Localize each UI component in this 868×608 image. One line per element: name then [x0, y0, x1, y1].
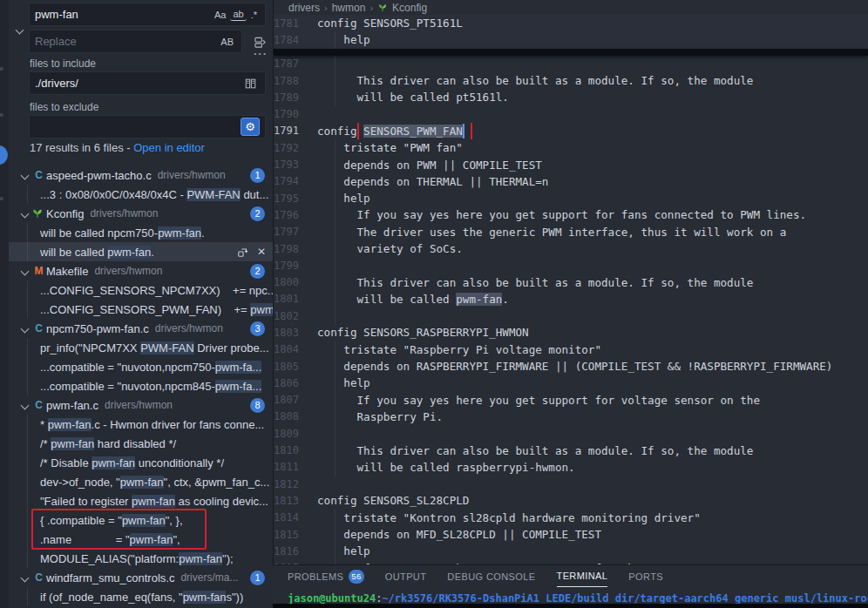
code-line[interactable]: 1810 This driver can also be built as a …	[274, 442, 868, 458]
breadcrumb-item-kconfig[interactable]: Kconfig	[392, 2, 427, 14]
panel-tab-debug-console[interactable]: DEBUG CONSOLE	[447, 565, 535, 587]
files-to-include-input[interactable]	[35, 77, 241, 90]
code-line[interactable]: 1787	[274, 56, 868, 72]
code-line[interactable]: 1799	[274, 257, 868, 274]
search-result-match-row[interactable]: ...CONFIG_SENSORS_PWM_FAN) += pwm...	[9, 300, 273, 319]
match-count-badge: 1	[250, 168, 265, 183]
exclude-settings-gear-icon[interactable]: ⚙	[241, 118, 260, 136]
match-text: /* pwm-fan hard disabled */	[40, 437, 273, 450]
search-result-file-row[interactable]: MMakefiledrivers/hwmon2	[9, 261, 273, 280]
code-line[interactable]: 1790	[274, 105, 868, 122]
panel-tab-output[interactable]: OUTPUT	[385, 565, 427, 587]
code-line[interactable]: 1808 Raspberry Pi.	[274, 409, 868, 425]
search-result-file-row[interactable]: Caspeed-pwm-tacho.cdrivers/hwmon1	[9, 166, 273, 185]
line-code: config SENSORS_SL28CPLD	[317, 492, 868, 509]
code-line[interactable]: 1792 tristate "PWM fan"	[274, 139, 868, 156]
code-line[interactable]: 1795 help	[274, 190, 868, 206]
dismiss-icon[interactable]: ✕	[257, 246, 266, 258]
chevron-down-icon[interactable]	[17, 575, 31, 581]
open-in-editor-link[interactable]: Open in editor	[133, 141, 205, 154]
breadcrumb-item-drivers[interactable]: drivers	[288, 2, 320, 14]
search-result-match-row[interactable]: if (of_node_name_eq(fans, "pwm-fans"))	[9, 587, 273, 606]
search-result-match-row[interactable]: pr_info("NPCM7XX PWM-FAN Driver probe...	[9, 338, 273, 357]
search-result-match-row[interactable]: /* Disable pwm-fan unconditionally */	[9, 453, 273, 472]
search-result-match-row[interactable]: ...compatible = "nuvoton,npcm845-pwm-fa.…	[9, 376, 273, 395]
code-line[interactable]: 1789 will be called pt5161l.	[274, 89, 868, 105]
toggle-replace-chevron-icon[interactable]	[12, 23, 26, 37]
indent-guide	[335, 510, 336, 526]
line-number: 1808	[274, 410, 317, 422]
chevron-down-icon[interactable]	[17, 402, 31, 409]
match-case-icon[interactable]: Aa	[212, 9, 228, 21]
match-count-badge: 8	[250, 398, 265, 413]
code-line[interactable]: 1803config SENSORS_RASPBERRYPI_HWMON	[274, 324, 868, 341]
search-result-file-row[interactable]: Cnpcm750-pwm-fan.cdrivers/hwmon3	[9, 319, 273, 338]
search-result-file-row[interactable]: Cpwm-fan.cdrivers/hwmon8	[9, 395, 273, 415]
line-number: 1813	[274, 495, 317, 507]
indent-guide	[335, 156, 336, 172]
code-line[interactable]: 1804 tristate "Raspberry Pi voltage moni…	[274, 341, 868, 358]
chevron-down-icon[interactable]	[17, 268, 31, 274]
code-line[interactable]: 1805 depends on RASPBERRYPI_FIRMWARE || …	[274, 358, 868, 375]
file-name: Kconfig	[46, 207, 84, 220]
open-editors-book-icon[interactable]	[241, 77, 260, 91]
search-result-match-row[interactable]: ...CONFIG_SENSORS_NPCM7XX) += npc...	[9, 280, 273, 300]
search-result-file-row[interactable]: Cwindfarm_smu_controls.cdrivers/ma...1	[9, 568, 273, 587]
code-line[interactable]: 1800 This driver can also be built as a …	[274, 274, 868, 290]
code-line[interactable]: 1798 variety of SoCs.	[274, 240, 868, 257]
chevron-down-icon[interactable]	[17, 172, 31, 179]
search-result-match-row[interactable]: ...3 : 0x08/0x0C/0x48/0x4C - PWM-FAN dut…	[9, 185, 273, 204]
code-line[interactable]: 1807 If you say yes here you get support…	[274, 392, 868, 409]
panel-tab-terminal[interactable]: TERMINAL	[557, 565, 608, 587]
search-input[interactable]	[35, 8, 212, 21]
code-line[interactable]: 1811 will be called raspberrypi-hwmon.	[274, 459, 868, 476]
code-line[interactable]: 1788 This driver can also be built as a …	[274, 72, 868, 89]
match-text: pr_info("NPCM7XX PWM-FAN Driver probe...	[40, 341, 273, 355]
search-result-match-row[interactable]: * pwm-fan.c - Hwmon driver for fans conn…	[9, 415, 273, 434]
code-line[interactable]: 1813config SENSORS_SL28CPLD	[274, 492, 868, 509]
breadcrumb-item-hwmon[interactable]: hwmon	[332, 2, 366, 14]
regex-icon[interactable]: .*	[248, 9, 260, 21]
panel-tab-problems[interactable]: PROBLEMS56	[288, 565, 364, 587]
search-result-match-row[interactable]: .name = "pwm-fan",	[9, 530, 273, 549]
code-line[interactable]: 1809	[274, 425, 868, 442]
code-line[interactable]: 1816 help	[274, 543, 868, 559]
code-line[interactable]: 1802	[274, 307, 868, 324]
editor-pane[interactable]: drivers › hwmon › Kconfig 1781config SEN…	[273, 0, 868, 564]
search-result-match-row[interactable]: /* pwm-fan hard disabled */	[9, 434, 273, 453]
chevron-down-icon[interactable]	[17, 326, 31, 332]
code-line[interactable]: 1806 help	[274, 375, 868, 391]
terminal[interactable]: jason@ubuntu24:~/rk3576/RK3576-DshanPiA1…	[273, 587, 868, 605]
code-line[interactable]: 1791config SENSORS_PWM_FAN	[274, 123, 868, 139]
code-line[interactable]: 1815 depends on MFD_SL28CPLD || COMPILE_…	[274, 526, 868, 543]
file-path: drivers/hwmon	[158, 169, 245, 181]
code-line[interactable]: 1812	[274, 476, 868, 492]
code-line[interactable]: 1797 The driver uses the generic PWM int…	[274, 224, 868, 240]
code-line[interactable]: 1801 will be called pwm-fan.	[274, 291, 868, 307]
search-result-match-row[interactable]: dev->of_node, "pwm-fan", ctx, &pwm_fan_c…	[9, 472, 273, 491]
replace-icon[interactable]	[237, 246, 249, 258]
whole-word-icon[interactable]: ab	[230, 8, 246, 21]
search-result-file-row[interactable]: Kconfigdrivers/hwmon2	[9, 204, 273, 223]
code-line[interactable]: 1814 tristate "Kontron sl28cpld hardware…	[274, 510, 868, 526]
search-result-match-row[interactable]: will be called pwm-fan.✕	[9, 242, 273, 261]
code-line[interactable]: 1794 depends on THERMAL || THERMAL=n	[274, 173, 868, 190]
replace-input[interactable]	[35, 35, 218, 48]
search-result-match-row[interactable]: ...compatible = "nuvoton,npcm750-pwm-fa.…	[9, 357, 273, 376]
panel-tab-label: OUTPUT	[385, 571, 427, 582]
code-line[interactable]: 1793 depends on PWM || COMPILE_TEST	[274, 156, 868, 172]
chevron-down-icon[interactable]	[17, 211, 31, 217]
code-line[interactable]: 1796 If you say yes here you get support…	[274, 206, 868, 223]
search-result-match-row[interactable]: will be called npcm750-pwm-fan.	[9, 223, 273, 242]
match-highlight: pwm-fa...	[215, 361, 261, 374]
line-code	[317, 105, 868, 122]
files-to-exclude-input[interactable]	[35, 120, 241, 133]
search-result-match-row[interactable]: "Failed to register pwm-fan as cooling d…	[9, 491, 273, 510]
panel-tab-ports[interactable]: PORTS	[628, 565, 663, 587]
indent-guide	[335, 307, 336, 324]
search-result-match-row[interactable]: { .compatible = "pwm-fan", },	[9, 510, 273, 530]
more-actions-icon[interactable]: ···	[251, 47, 270, 59]
search-result-match-row[interactable]: MODULE_ALIAS("platform:pwm-fan");	[9, 549, 273, 568]
match-highlight: pwm-fan	[92, 456, 135, 470]
preserve-case-icon[interactable]: AB	[218, 36, 236, 48]
